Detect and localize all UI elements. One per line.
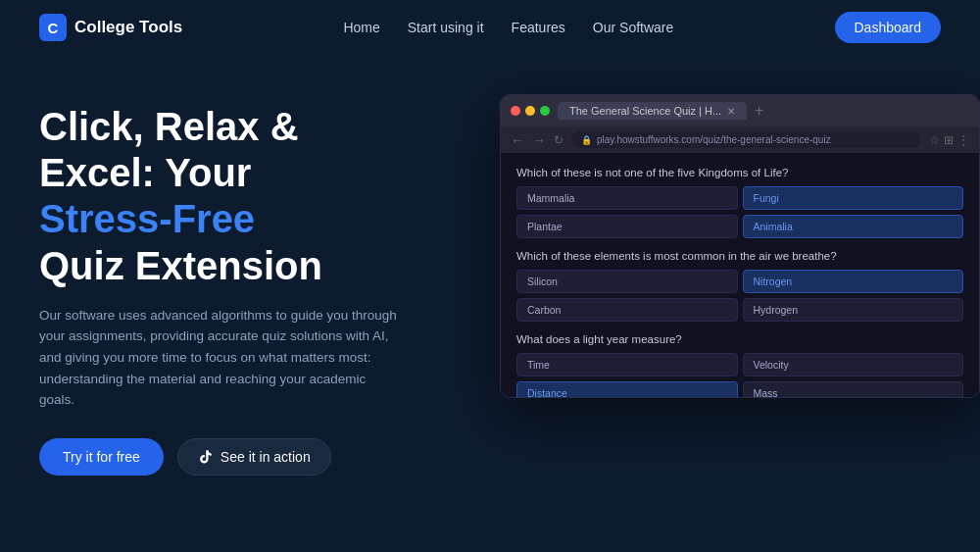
- quiz-options-3: Time Velocity Distance Mass: [516, 353, 963, 398]
- quiz-option-2-0[interactable]: Silicon: [516, 270, 738, 293]
- address-bar[interactable]: 🔒 play.howstuffworks.com/quiz/the-genera…: [571, 131, 921, 148]
- hero-right: The General Science Quiz | H... ✕ + ← → …: [500, 94, 980, 398]
- menu-icon[interactable]: ⋮: [957, 133, 969, 147]
- browser-nav: ← → ↻ 🔒 play.howstuffworks.com/quiz/the-…: [501, 126, 979, 153]
- quiz-option-2-2[interactable]: Carbon: [516, 298, 738, 322]
- tab-close-icon[interactable]: ✕: [727, 106, 735, 117]
- see-action-label: See it in action: [220, 449, 311, 465]
- dot-green: [540, 106, 550, 116]
- refresh-icon[interactable]: ↻: [554, 133, 564, 147]
- nav-home[interactable]: Home: [343, 20, 379, 35]
- quiz-option-1-0[interactable]: Mammalia: [516, 186, 738, 210]
- quiz-question-2: Which of these elements is most common i…: [516, 250, 963, 262]
- browser-toolbar: The General Science Quiz | H... ✕ +: [501, 95, 979, 126]
- lock-icon: 🔒: [581, 135, 592, 145]
- quiz-option-1-3[interactable]: Animalia: [743, 215, 964, 238]
- quiz-question-3: What does a light year measure?: [516, 333, 963, 345]
- star-icon[interactable]: ☆: [929, 133, 940, 147]
- dot-red: [511, 106, 520, 116]
- back-icon[interactable]: ←: [511, 132, 524, 148]
- headline: Click, Relax & Excel: Your Stress-Free Q…: [39, 104, 461, 289]
- browser-dots: [511, 106, 550, 116]
- try-free-button[interactable]: Try it for free: [39, 438, 164, 476]
- logo-icon: C: [39, 14, 67, 41]
- browser-mockup: The General Science Quiz | H... ✕ + ← → …: [500, 94, 980, 398]
- quiz-option-3-1[interactable]: Velocity: [743, 353, 964, 376]
- dashboard-button[interactable]: Dashboard: [835, 12, 942, 43]
- browser-tab[interactable]: The General Science Quiz | H... ✕: [558, 102, 747, 120]
- quiz-option-3-0[interactable]: Time: [516, 353, 738, 376]
- tiktok-icon: [198, 449, 214, 465]
- logo[interactable]: C College Tools: [39, 14, 182, 41]
- tab-label: The General Science Quiz | H...: [569, 105, 721, 117]
- nav-start[interactable]: Start using it: [408, 20, 484, 35]
- headline-line2: Excel: Your: [39, 151, 251, 194]
- hero-description: Our software uses advanced algorithms to…: [39, 305, 402, 411]
- quiz-option-2-1[interactable]: Nitrogen: [743, 270, 964, 293]
- navbar: C College Tools Home Start using it Feat…: [0, 0, 980, 55]
- nav-software[interactable]: Our Software: [593, 20, 673, 35]
- logo-text: College Tools: [74, 18, 182, 37]
- forward-icon[interactable]: →: [532, 132, 546, 148]
- dot-yellow: [525, 106, 535, 116]
- see-action-button[interactable]: See it in action: [177, 438, 331, 476]
- quiz-content: Which of these is not one of the five Ki…: [501, 153, 979, 398]
- browser-action-icons: ☆ ⊞ ⋮: [929, 133, 969, 147]
- quiz-option-2-3[interactable]: Hydrogen: [743, 298, 964, 322]
- nav-links: Home Start using it Features Our Softwar…: [343, 20, 673, 35]
- main-content: Click, Relax & Excel: Your Stress-Free Q…: [0, 55, 980, 552]
- new-tab-icon[interactable]: +: [755, 102, 763, 120]
- quiz-options-2: Silicon Nitrogen Carbon Hydrogen: [516, 270, 963, 322]
- quiz-option-3-3[interactable]: Mass: [743, 381, 964, 398]
- nav-features[interactable]: Features: [512, 20, 565, 35]
- quiz-option-1-1[interactable]: Fungi: [743, 186, 964, 210]
- quiz-option-1-2[interactable]: Plantae: [516, 215, 738, 238]
- headline-line3: Quiz Extension: [39, 244, 322, 287]
- address-text: play.howstuffworks.com/quiz/the-general-…: [597, 134, 831, 145]
- headline-line1: Click, Relax &: [39, 105, 299, 148]
- quiz-question-1: Which of these is not one of the five Ki…: [516, 167, 963, 178]
- extension-icon[interactable]: ⊞: [944, 133, 954, 147]
- cta-buttons: Try it for free See it in action: [39, 438, 461, 476]
- hero-left: Click, Relax & Excel: Your Stress-Free Q…: [39, 94, 461, 476]
- headline-accent: Stress-Free: [39, 197, 255, 240]
- quiz-options-1: Mammalia Fungi Plantae Animalia: [516, 186, 963, 238]
- quiz-option-3-2[interactable]: Distance: [516, 381, 738, 398]
